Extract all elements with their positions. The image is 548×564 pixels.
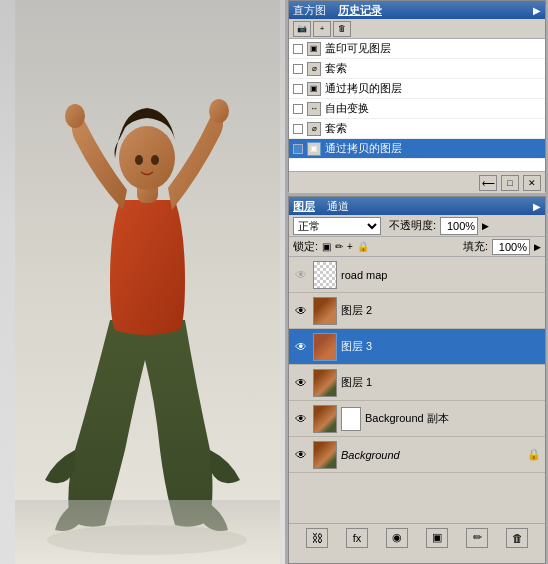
history-footer: ⟵ □ ✕ — [289, 171, 545, 193]
history-item[interactable]: ⌀ 套索 — [289, 59, 545, 79]
layer-thumbnail — [313, 261, 337, 289]
lock-label: 锁定: — [293, 239, 318, 254]
svg-point-3 — [119, 126, 175, 190]
history-item-label: 套索 — [325, 121, 347, 136]
history-item-selected[interactable]: ▣ 通过拷贝的图层 — [289, 139, 545, 159]
history-item[interactable]: ↔ 自由变换 — [289, 99, 545, 119]
history-item[interactable]: ⌀ 套索 — [289, 119, 545, 139]
history-footer-btn3[interactable]: ✕ — [523, 175, 541, 191]
history-footer-btn1[interactable]: ⟵ — [479, 175, 497, 191]
history-new-btn[interactable]: + — [313, 21, 331, 37]
layer-visibility-icon[interactable]: 👁 — [293, 447, 309, 463]
history-del-btn[interactable]: 🗑 — [333, 21, 351, 37]
layer-item[interactable]: 👁 图层 2 — [289, 293, 545, 329]
history-item-label: 盖印可见图层 — [325, 41, 391, 56]
tab-layers[interactable]: 图层 — [293, 199, 315, 214]
history-item[interactable]: ▣ 盖印可见图层 — [289, 39, 545, 59]
layer-name: road map — [341, 269, 541, 281]
svg-point-5 — [209, 99, 229, 123]
layer-thumbnail — [313, 369, 337, 397]
layers-panel-arrow[interactable]: ▶ — [533, 201, 541, 212]
history-checkbox[interactable] — [293, 64, 303, 74]
layer-visibility-icon[interactable]: 👁 — [293, 411, 309, 427]
lock-paint-btn[interactable]: ✏ — [335, 241, 343, 252]
tab-histogram[interactable]: 直方图 — [293, 3, 326, 18]
history-item-label: 通过拷贝的图层 — [325, 81, 402, 96]
history-panel-arrow[interactable]: ▶ — [533, 5, 541, 16]
lock-position-btn[interactable]: + — [347, 241, 353, 252]
layers-mask-btn[interactable]: ◉ — [386, 528, 408, 548]
tab-history[interactable]: 历史记录 — [338, 3, 382, 18]
layer-visibility-icon[interactable]: 👁 — [293, 303, 309, 319]
layer-locked-icon: 🔒 — [527, 448, 541, 461]
fill-arrow[interactable]: ▶ — [534, 242, 541, 252]
history-checkbox[interactable] — [293, 44, 303, 54]
layer-name: Background — [341, 449, 523, 461]
layer-thumbnail — [313, 297, 337, 325]
layer-name: 图层 2 — [341, 303, 541, 318]
layer-item[interactable]: 👁 Background 副本 — [289, 401, 545, 437]
svg-point-6 — [135, 155, 143, 165]
layer-name: Background 副本 — [365, 411, 541, 426]
layer-mask-thumbnail — [341, 407, 361, 431]
layers-blend-row: 正常 不透明度: ▶ — [289, 215, 545, 237]
tab-channels[interactable]: 通道 — [327, 199, 349, 214]
history-toolbar: 📷 + 🗑 — [289, 19, 545, 39]
history-snap-btn[interactable]: 📷 — [293, 21, 311, 37]
layer-item[interactable]: 👁 图层 1 — [289, 365, 545, 401]
opacity-input[interactable] — [440, 217, 478, 235]
history-footer-btn2[interactable]: □ — [501, 175, 519, 191]
layer-visibility-icon[interactable]: 👁 — [293, 267, 309, 283]
history-item-label: 自由变换 — [325, 101, 369, 116]
history-item-icon: ▣ — [307, 42, 321, 56]
fill-label: 填充: — [463, 239, 488, 254]
history-item-icon: ▣ — [307, 82, 321, 96]
layer-thumbnail — [313, 333, 337, 361]
opacity-arrow[interactable]: ▶ — [482, 221, 489, 231]
history-item[interactable]: ▣ 通过拷贝的图层 — [289, 79, 545, 99]
layers-link-btn[interactable]: ⛓ — [306, 528, 328, 548]
layer-name: 图层 3 — [341, 339, 541, 354]
layer-thumbnail — [313, 405, 337, 433]
history-item-icon: ↔ — [307, 102, 321, 116]
history-checkbox[interactable] — [293, 104, 303, 114]
opacity-label: 不透明度: — [389, 218, 436, 233]
svg-point-4 — [65, 104, 85, 128]
svg-point-7 — [151, 155, 159, 165]
history-item-label: 套索 — [325, 61, 347, 76]
layer-name: 图层 1 — [341, 375, 541, 390]
history-titlebar: 直方图 历史记录 ▶ — [289, 1, 545, 19]
history-item-icon: ▣ — [307, 142, 321, 156]
lock-transparency-btn[interactable]: ▣ — [322, 241, 331, 252]
history-checkbox[interactable] — [293, 84, 303, 94]
layers-adjustment-btn[interactable]: ▣ — [426, 528, 448, 548]
history-item-icon: ⌀ — [307, 122, 321, 136]
layers-tabs: 图层 通道 — [293, 199, 349, 214]
fill-input[interactable] — [492, 239, 530, 255]
history-titlebar-tabs: 直方图 历史记录 — [293, 3, 382, 18]
history-item-label: 通过拷贝的图层 — [325, 141, 402, 156]
history-list: ▣ 盖印可见图层 ⌀ 套索 ▣ 通过拷贝的图层 ↔ 自由变换 ⌀ 套索 ▣ 通过… — [289, 39, 545, 171]
layers-fx-btn[interactable]: fx — [346, 528, 368, 548]
history-panel: 直方图 历史记录 ▶ 📷 + 🗑 ▣ 盖印可见图层 ⌀ 套索 ▣ 通过拷贝的图层… — [288, 0, 546, 192]
layers-panel: 图层 通道 ▶ 正常 不透明度: ▶ 锁定: ▣ ✏ + 🔒 填充: ▶ 👁 r… — [288, 196, 546, 564]
dancer-image — [15, 0, 280, 564]
layer-visibility-icon[interactable]: 👁 — [293, 339, 309, 355]
history-item-icon: ⌀ — [307, 62, 321, 76]
svg-rect-8 — [15, 500, 280, 564]
history-checkbox[interactable] — [293, 144, 303, 154]
layers-delete-btn[interactable]: 🗑 — [506, 528, 528, 548]
lock-all-btn[interactable]: 🔒 — [357, 241, 369, 252]
layer-thumbnail — [313, 441, 337, 469]
history-checkbox[interactable] — [293, 124, 303, 134]
layers-lock-row: 锁定: ▣ ✏ + 🔒 填充: ▶ — [289, 237, 545, 257]
layers-footer: ⛓ fx ◉ ▣ ✏ 🗑 — [289, 523, 545, 551]
layer-visibility-icon[interactable]: 👁 — [293, 375, 309, 391]
layers-new-btn[interactable]: ✏ — [466, 528, 488, 548]
layer-item[interactable]: 👁 road map — [289, 257, 545, 293]
blend-mode-select[interactable]: 正常 — [293, 217, 381, 235]
layer-item-selected[interactable]: 👁 图层 3 — [289, 329, 545, 365]
layer-item[interactable]: 👁 Background 🔒 — [289, 437, 545, 473]
layers-titlebar: 图层 通道 ▶ — [289, 197, 545, 215]
layers-list: 👁 road map 👁 图层 2 👁 图层 3 👁 — [289, 257, 545, 523]
